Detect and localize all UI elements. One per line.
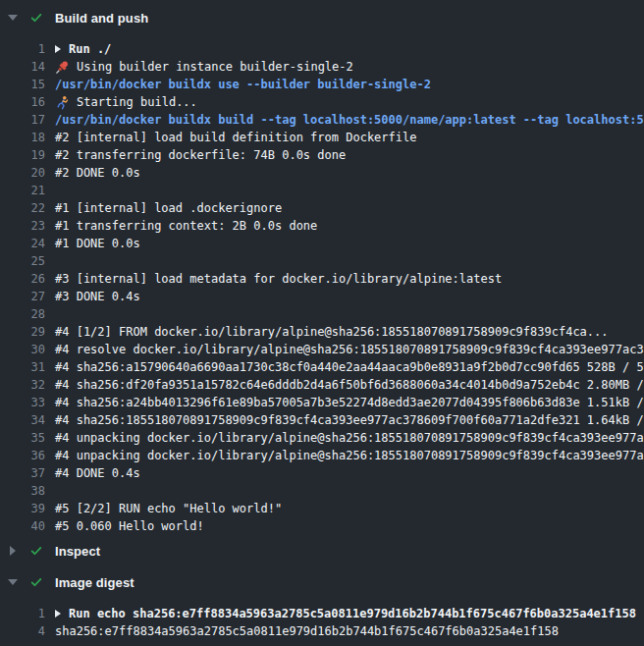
log-line: 15/usr/bin/docker buildx use --builder b…: [0, 76, 644, 93]
line-number[interactable]: 29: [0, 323, 45, 341]
check-icon: [29, 11, 43, 25]
chevron-down-icon[interactable]: [8, 579, 18, 585]
line-number[interactable]: 40: [0, 517, 45, 535]
log-text: #5 0.060 Hello world!: [55, 517, 204, 535]
line-number[interactable]: 22: [0, 199, 45, 217]
log-line: 39#5 [2/2] RUN echo "Hello world!": [0, 500, 644, 517]
log-text: Run ./: [55, 40, 111, 58]
chevron-right-icon[interactable]: [55, 610, 61, 618]
line-number[interactable]: 15: [0, 76, 45, 93]
chevron-right-icon[interactable]: [8, 546, 18, 556]
log-text: sha256:e7ff8834a5963a2785c5a0811e979d16b…: [55, 622, 559, 640]
log-text: #2 transferring dockerfile: 74B 0.0s don…: [55, 146, 346, 164]
line-number[interactable]: 26: [0, 270, 45, 288]
log-lines: 1Run echo sha256:e7ff8834a5963a2785c5a08…: [0, 596, 644, 640]
line-number[interactable]: 35: [0, 429, 45, 447]
log-text: #2 [internal] load build definition from…: [55, 129, 416, 146]
line-number[interactable]: 34: [0, 411, 45, 429]
log-text: #4 DONE 0.4s: [55, 464, 140, 482]
line-number[interactable]: 37: [0, 464, 45, 482]
section-inspect: Inspect: [0, 537, 644, 565]
log-line: 16Starting build...: [0, 93, 644, 111]
line-number[interactable]: 32: [0, 376, 45, 394]
log-text: #1 [internal] load .dockerignore: [55, 199, 282, 217]
runner-icon: [55, 95, 71, 111]
log-text: #5 [2/2] RUN echo "Hello world!": [55, 500, 282, 517]
line-number[interactable]: 21: [0, 182, 45, 199]
log-text: Run echo sha256:e7ff8834a5963a2785c5a081…: [55, 605, 636, 622]
log-line: 18#2 [internal] load build definition fr…: [0, 129, 644, 146]
log-line: 31#4 sha256:a15790640a6690aa1730c38cf0a4…: [0, 358, 644, 376]
log-text: #4 resolve docker.io/library/alpine@sha2…: [55, 341, 644, 358]
log-text: #3 [internal] load metadata for docker.i…: [55, 270, 502, 288]
line-number[interactable]: 39: [0, 500, 45, 517]
line-number[interactable]: 14: [0, 58, 45, 76]
log-text: /usr/bin/docker buildx use --builder bui…: [55, 76, 431, 93]
log-line: 19#2 transferring dockerfile: 74B 0.0s d…: [0, 146, 644, 164]
section-title: Build and push: [55, 11, 148, 26]
log-text: #1 transferring context: 2B 0.0s done: [55, 217, 317, 235]
log-text: #3 DONE 0.4s: [55, 288, 140, 305]
section-header-image-digest[interactable]: Image digest: [0, 568, 644, 596]
log-text: #4 sha256:df20fa9351a15782c64e6dddb2d4a6…: [55, 376, 644, 394]
check-icon: [29, 575, 43, 589]
log-text: #4 unpacking docker.io/library/alpine@sh…: [55, 429, 644, 447]
chevron-right-icon[interactable]: [55, 45, 61, 53]
log-line: 21: [0, 182, 644, 199]
log-line: 22#1 [internal] load .dockerignore: [0, 199, 644, 217]
pushpin-icon: [55, 60, 71, 76]
line-number[interactable]: 4: [0, 622, 45, 640]
log-text: #4 [1/2] FROM docker.io/library/alpine@s…: [55, 323, 609, 341]
log-text: #1 DONE 0.0s: [55, 235, 140, 252]
log-text: #2 DONE 0.0s: [55, 164, 140, 182]
log-text: Starting build...: [55, 93, 197, 111]
line-number[interactable]: 19: [0, 146, 45, 164]
log-lines: 1Run ./14Using builder instance builder-…: [0, 31, 644, 535]
section-header-build-and-push[interactable]: Build and push: [0, 4, 644, 31]
log-line: 35#4 unpacking docker.io/library/alpine@…: [0, 429, 644, 447]
line-number[interactable]: 16: [0, 93, 45, 111]
line-number[interactable]: 25: [0, 252, 45, 270]
log-line: 34#4 sha256:185518070891758909c9f839cf4c…: [0, 411, 644, 429]
section-header-inspect[interactable]: Inspect: [0, 537, 644, 565]
log-line: 37#4 DONE 0.4s: [0, 464, 644, 482]
log-line: 40#5 0.060 Hello world!: [0, 517, 644, 535]
log-line: 36#4 unpacking docker.io/library/alpine@…: [0, 447, 644, 464]
log-line: 32#4 sha256:df20fa9351a15782c64e6dddb2d4…: [0, 376, 644, 394]
log-text: #4 unpacking docker.io/library/alpine@sh…: [55, 447, 644, 464]
log-text: #4 sha256:a24bb4013296f61e89ba57005a7b3e…: [55, 394, 644, 411]
log-line: 1Run echo sha256:e7ff8834a5963a2785c5a08…: [0, 605, 644, 622]
section-image-digest: Image digest 1Run echo sha256:e7ff8834a5…: [0, 568, 644, 640]
log-text: #4 sha256:a15790640a6690aa1730c38cf0a440…: [55, 358, 644, 376]
section-title: Inspect: [55, 544, 100, 559]
line-number[interactable]: 36: [0, 447, 45, 464]
line-number[interactable]: 24: [0, 235, 45, 252]
line-number[interactable]: 33: [0, 394, 45, 411]
log-line: 23#1 transferring context: 2B 0.0s done: [0, 217, 644, 235]
log-text: Using builder instance builder-single-2: [55, 58, 353, 76]
log-line: 24#1 DONE 0.0s: [0, 235, 644, 252]
line-number[interactable]: 20: [0, 164, 45, 182]
line-number[interactable]: 1: [0, 40, 45, 58]
line-number[interactable]: 17: [0, 111, 45, 129]
log-line: 29#4 [1/2] FROM docker.io/library/alpine…: [0, 323, 644, 341]
section-title: Image digest: [55, 575, 134, 590]
log-text: /usr/bin/docker buildx build --tag local…: [55, 111, 644, 129]
chevron-down-icon[interactable]: [8, 15, 18, 21]
log-text: #4 sha256:185518070891758909c9f839cf4ca3…: [55, 411, 644, 429]
line-number[interactable]: 1: [0, 605, 45, 622]
line-number[interactable]: 30: [0, 341, 45, 358]
log-line: 1Run ./: [0, 40, 644, 58]
log-line: 4sha256:e7ff8834a5963a2785c5a0811e979d16…: [0, 622, 644, 640]
log-line: 27#3 DONE 0.4s: [0, 288, 644, 305]
line-number[interactable]: 27: [0, 288, 45, 305]
log-line: 26#3 [internal] load metadata for docker…: [0, 270, 644, 288]
line-number[interactable]: 28: [0, 305, 45, 323]
section-build-and-push: Build and push 1Run ./14Using builder in…: [0, 4, 644, 535]
line-number[interactable]: 38: [0, 482, 45, 500]
line-number[interactable]: 23: [0, 217, 45, 235]
log-line: 17/usr/bin/docker buildx build --tag loc…: [0, 111, 644, 129]
line-number[interactable]: 31: [0, 358, 45, 376]
log-line: 20#2 DONE 0.0s: [0, 164, 644, 182]
line-number[interactable]: 18: [0, 129, 45, 146]
